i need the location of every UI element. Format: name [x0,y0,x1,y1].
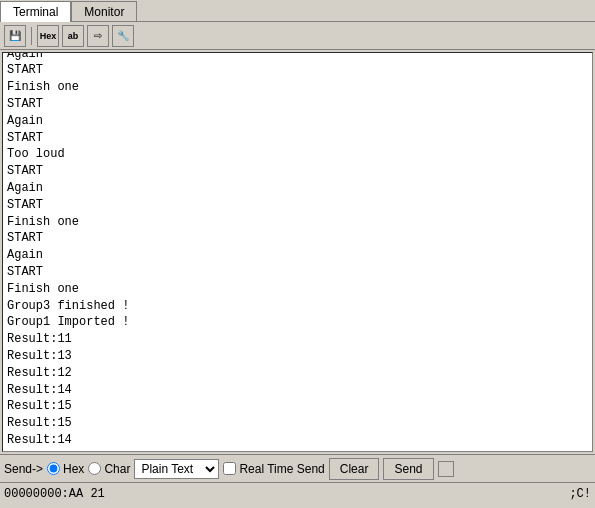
tab-bar: Terminal Monitor [0,0,595,22]
chip-icon: 🔧 [117,30,129,41]
clear-button[interactable]: Clear [329,458,380,480]
terminal-line: START [7,163,588,180]
terminal-line: Finish one [7,214,588,231]
send-button[interactable]: Send [383,458,433,480]
terminal-line: Group3 finished ! [7,298,588,315]
hex-radio-label[interactable]: Hex [63,462,84,476]
terminal-line: START [7,62,588,79]
hex-radio[interactable] [47,462,60,475]
send-label: Send-> [4,462,43,476]
status-right: ;C! [569,487,591,501]
terminal-line: Result:15 [7,415,588,432]
terminal-line: START [7,130,588,147]
toolbar-separator-1 [31,27,32,45]
terminal-line: START [7,230,588,247]
terminal-line: Again [7,247,588,264]
terminal-line: START [7,264,588,281]
char-radio[interactable] [88,462,101,475]
realtime-label[interactable]: Real Time Send [239,462,324,476]
save-icon: 💾 [9,30,21,41]
hex-icon: Hex [40,31,57,41]
char-radio-label[interactable]: Char [104,462,130,476]
terminal-line: Again [7,113,588,130]
status-left: 00000000:AA 21 [4,487,105,501]
terminal-line: Result:15 [7,398,588,415]
save-button[interactable]: 💾 [4,25,26,47]
status-bar: 00000000:AA 21 ;C! [0,482,595,504]
terminal-line: Result:14 [7,432,588,449]
terminal-line: Finish one [7,281,588,298]
realtime-checkbox[interactable] [223,462,236,475]
char-radio-group: Char [88,462,130,476]
send-bar: Send-> Hex Char Plain Text Hex Char Real… [0,454,595,482]
extra-button[interactable] [438,461,454,477]
realtime-checkbox-group: Real Time Send [223,462,324,476]
hex-radio-group: Hex [47,462,84,476]
terminal-line: Group1 Imported ! [7,314,588,331]
terminal-line: Again [7,52,588,62]
chip-button[interactable]: 🔧 [112,25,134,47]
tab-monitor[interactable]: Monitor [71,1,137,21]
arrow-button[interactable]: ⇨ [87,25,109,47]
terminal-line: Again [7,180,588,197]
format-dropdown[interactable]: Plain Text Hex Char [134,459,219,479]
terminal-line: Result:14 [7,382,588,399]
terminal-line: Result:13 [7,348,588,365]
ab-icon: ab [68,31,79,41]
terminal-line: START [7,96,588,113]
terminal-line: Too loud [7,146,588,163]
terminal-output[interactable]: No voiceSTARTAgainSTARTFinish oneSTARTAg… [2,52,593,452]
toolbar: 💾 Hex ab ⇨ 🔧 [0,22,595,50]
terminal-line: Result:11 [7,331,588,348]
ab-toggle-button[interactable]: ab [62,25,84,47]
hex-toggle-button[interactable]: Hex [37,25,59,47]
tab-terminal[interactable]: Terminal [0,1,71,22]
arrow-icon: ⇨ [94,30,102,41]
terminal-line: Result:12 [7,365,588,382]
terminal-line: START [7,197,588,214]
terminal-line: Finish one [7,79,588,96]
